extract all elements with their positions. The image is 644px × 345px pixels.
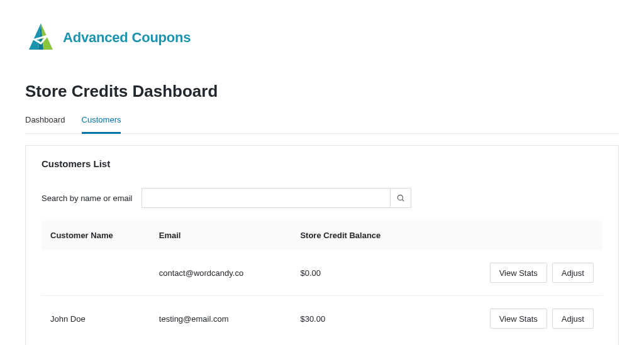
adjust-button[interactable]: Adjust [552,263,594,283]
customers-table: Customer Name Email Store Credit Balance… [42,221,602,341]
search-button[interactable] [390,188,411,208]
page-title: Store Credits Dashboard [25,82,619,101]
logo: Advanced Coupons [25,22,619,53]
view-stats-button[interactable]: View Stats [490,309,547,329]
cell-balance: $0.00 [300,268,430,278]
search-icon [396,194,405,202]
panel-title: Customers List [42,158,602,169]
col-header-email: Email [159,231,301,240]
tab-dashboard[interactable]: Dashboard [25,112,65,134]
table-row: John Doe testing@email.com $30.00 View S… [42,296,602,341]
cell-name: John Doe [50,314,159,324]
adjust-button[interactable]: Adjust [552,309,594,329]
svg-line-5 [402,199,404,201]
table-row: contact@wordcandy.co $0.00 View Stats Ad… [42,250,602,296]
search-row: Search by name or email [42,188,602,208]
search-input[interactable] [142,188,390,208]
tabs: Dashboard Customers [25,112,619,134]
logo-icon [25,22,57,53]
search-label: Search by name or email [42,194,133,203]
logo-text: Advanced Coupons [63,30,191,46]
tab-customers[interactable]: Customers [82,112,121,134]
view-stats-button[interactable]: View Stats [490,263,547,283]
col-header-balance: Store Credit Balance [300,231,430,240]
col-header-name: Customer Name [50,231,159,240]
table-header-row: Customer Name Email Store Credit Balance [42,221,602,250]
customers-panel: Customers List Search by name or email C… [25,145,619,345]
cell-email: testing@email.com [159,314,301,324]
cell-balance: $30.00 [300,314,430,324]
svg-point-4 [397,195,402,200]
cell-email: contact@wordcandy.co [159,268,301,278]
